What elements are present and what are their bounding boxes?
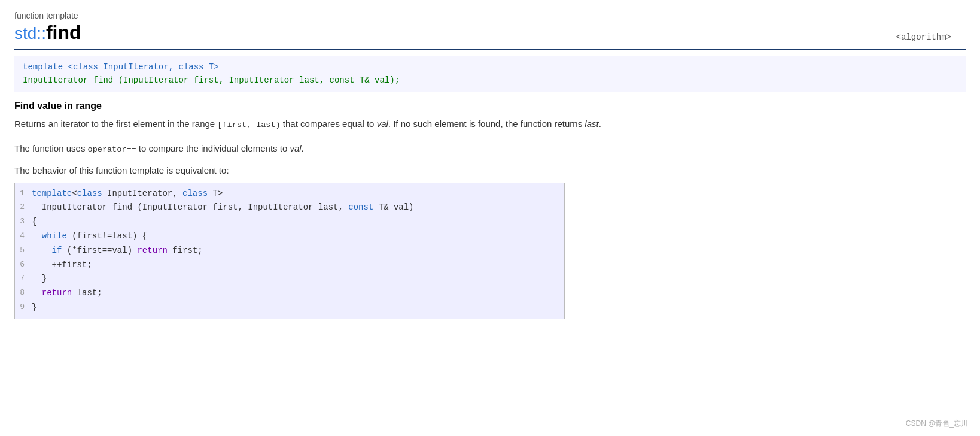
line-content-4: while (first!=last) { <box>32 229 147 244</box>
code-line-3: 3 { <box>15 215 564 229</box>
description-2: The function uses operator== to compare … <box>14 141 966 157</box>
line-num-4: 4 <box>15 229 32 243</box>
line-content-5: if (*first==val) return first; <box>32 244 203 258</box>
line-num-9: 9 <box>15 301 32 314</box>
function-name-label: find <box>46 22 81 43</box>
line-content-6: ++first; <box>32 258 92 272</box>
signature-line2: InputIterator find (InputIterator first,… <box>23 74 957 87</box>
code-line-7: 7 } <box>15 272 564 286</box>
title-divider <box>14 49 966 50</box>
description-1: Returns an iterator to the first element… <box>14 116 966 132</box>
line-content-1: template<class InputIterator, class T> <box>32 187 223 201</box>
code-block-container: 1 template<class InputIterator, class T>… <box>14 183 565 319</box>
signature-block: template <class InputIterator, class T> … <box>14 56 966 92</box>
code-line-2: 2 InputIterator find (InputIterator firs… <box>15 201 564 215</box>
code-line-8: 8 return last; <box>15 286 564 301</box>
line-num-5: 5 <box>15 244 32 257</box>
function-title: std::find <box>14 22 966 44</box>
line-num-3: 3 <box>15 215 32 228</box>
line-num-2: 2 <box>15 201 32 214</box>
line-content-2: InputIterator find (InputIterator first,… <box>32 201 414 215</box>
description-3: The behavior of this function template i… <box>14 165 966 175</box>
line-num-6: 6 <box>15 258 32 271</box>
code-line-4: 4 while (first!=last) { <box>15 229 564 244</box>
namespace-label: std:: <box>14 24 46 43</box>
code-block-inner: 1 template<class InputIterator, class T>… <box>15 183 564 319</box>
code-line-5: 5 if (*first==val) return first; <box>15 244 564 258</box>
watermark: CSDN @青色_忘川 <box>906 419 968 429</box>
line-num-1: 1 <box>15 187 32 200</box>
code-line-6: 6 ++first; <box>15 258 564 272</box>
algo-tag: <algorithm> <box>896 32 951 42</box>
line-num-8: 8 <box>15 286 32 299</box>
line-content-8: return last; <box>32 286 102 301</box>
code-line-9: 9 } <box>15 301 564 315</box>
line-content-3: { <box>32 215 36 229</box>
code-range: [first, last) <box>217 120 280 129</box>
code-line-1: 1 template<class InputIterator, class T> <box>15 187 564 201</box>
line-num-7: 7 <box>15 272 32 285</box>
signature-line1: template <class InputIterator, class T> <box>23 60 957 74</box>
line-content-7: } <box>32 272 47 286</box>
function-type-label: function template <box>14 11 966 20</box>
code-operator: operator== <box>88 145 136 154</box>
section-title: Find value in range <box>14 101 966 111</box>
line-content-9: } <box>32 301 36 315</box>
